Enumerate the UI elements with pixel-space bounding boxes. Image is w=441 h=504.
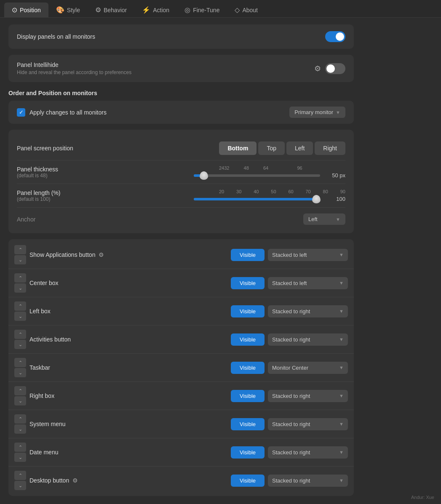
move-down-button[interactable]: ⌄ [14,312,26,321]
item-gear-button[interactable]: ⚙ [72,477,78,484]
move-up-button[interactable]: ⌃ [14,301,26,311]
position-dropdown-button[interactable]: Stacked to left ▼ [268,249,348,261]
position-dropdown-button[interactable]: Stacked to right ▼ [268,418,348,430]
display-panels-label: Display panels on all monitors [17,33,95,40]
position-dropdown-button[interactable]: Stacked to right ▼ [268,333,348,346]
move-up-button[interactable]: ⌃ [14,471,26,480]
position-dropdown-arrow: ▼ [339,478,344,483]
position-dropdown-button[interactable]: Stacked to right ▼ [268,446,348,459]
length-thumb[interactable] [312,195,321,203]
visible-button[interactable]: Visible [231,446,265,459]
visible-button[interactable]: Visible [231,362,265,374]
move-down-button[interactable]: ⌄ [14,481,26,490]
position-dropdown-label: Stacked to right [272,393,310,399]
intellihide-toggle[interactable] [325,63,345,74]
move-up-button[interactable]: ⌃ [14,330,26,339]
position-dropdown-arrow: ▼ [339,252,344,257]
pos-btn-bottom[interactable]: Bottom [219,141,257,155]
anchor-dropdown-button[interactable]: Left ▼ [303,213,345,225]
visible-button[interactable]: Visible [231,333,265,346]
move-up-button[interactable]: ⌃ [14,414,26,424]
arrow-group: ⌃ ⌄ [14,301,26,321]
move-up-button[interactable]: ⌃ [14,358,26,367]
panel-item-row: ⌃ ⌄ Date menu Visible Stacked to right ▼ [8,438,354,467]
behavior-icon: ⚙ [95,6,101,14]
position-dropdown-arrow: ▼ [339,309,344,314]
length-row: Panel length (%) (default is 100) 20 30 … [17,184,345,208]
thickness-label-group: Panel thickness (default is 48) [17,166,58,179]
visible-button[interactable]: Visible [231,249,265,261]
tab-position[interactable]: ⊙ Position [4,3,48,17]
visible-button[interactable]: Visible [231,305,265,317]
item-name: Right box [29,392,227,399]
position-dropdown-arrow: ▼ [339,365,344,370]
thickness-row: Panel thickness (default is 48) 2432 48 … [17,160,345,184]
monitor-dropdown-button[interactable]: Primary monitor ▼ [289,107,345,118]
thickness-thumb[interactable] [200,171,208,180]
position-dropdown-arrow: ▼ [339,393,344,398]
position-dropdown-button[interactable]: Stacked to right ▼ [268,390,348,402]
screen-position-label: Panel screen position [17,145,73,152]
position-dropdown-label: Monitor Center [272,365,308,371]
apply-changes-checkbox[interactable]: ✓ [17,108,25,117]
pos-btn-top[interactable]: Top [258,141,285,155]
move-down-button[interactable]: ⌄ [14,255,26,264]
main-content: Display panels on all monitors Panel Int… [0,18,362,504]
position-dropdown-button[interactable]: Stacked to right ▼ [268,475,348,487]
tab-about[interactable]: ◇ About [227,3,265,17]
thickness-slider-track[interactable] [194,174,320,177]
position-settings-card: Panel screen position Bottom Top Left Ri… [8,130,354,233]
thickness-right: 2432 48 64 96 50 px [194,165,345,179]
anchor-label: Anchor [17,216,35,223]
visible-button[interactable]: Visible [231,475,265,487]
panel-item-row: ⌃ ⌄ Desktop button ⚙ Visible Stacked to … [8,467,354,494]
intellihide-subtitle: Hide and reveal the panel according to p… [17,69,131,75]
anchor-dropdown-arrow: ▼ [336,217,340,222]
move-down-button[interactable]: ⌄ [14,368,26,377]
position-dropdown-arrow: ▼ [339,421,344,427]
anchor-dropdown-label: Left [308,216,318,222]
position-dropdown-button[interactable]: Monitor Center ▼ [268,362,348,374]
visible-button[interactable]: Visible [231,418,265,430]
visible-button[interactable]: Visible [231,277,265,289]
position-dropdown-label: Stacked to right [272,477,310,484]
tab-style-label: Style [67,7,80,13]
pos-btn-left[interactable]: Left [286,141,313,155]
arrow-group: ⌃ ⌄ [14,414,26,434]
position-dropdown-button[interactable]: Stacked to left ▼ [268,277,348,289]
thickness-slider-labels: 2432 48 64 96 [219,165,345,171]
tab-action[interactable]: ⚡ Action [134,3,177,17]
item-gear-button[interactable]: ⚙ [99,251,104,258]
position-dropdown-button[interactable]: Stacked to right ▼ [268,305,348,317]
move-down-button[interactable]: ⌄ [14,283,26,293]
length-value: 100 [324,196,345,202]
item-name: Desktop button ⚙ [29,477,227,484]
arrow-group: ⌃ ⌄ [14,443,26,462]
move-up-button[interactable]: ⌃ [14,273,26,283]
move-down-button[interactable]: ⌄ [14,453,26,462]
position-dropdown-arrow: ▼ [339,280,344,285]
move-up-button[interactable]: ⌃ [14,245,26,254]
move-down-button[interactable]: ⌄ [14,340,26,349]
tab-style[interactable]: 🎨 Style [48,3,88,17]
apply-changes-card: ✓ Apply changes to all monitors Primary … [8,101,354,124]
move-up-button[interactable]: ⌃ [14,443,26,452]
tab-behavior[interactable]: ⚙ Behavior [88,3,134,17]
move-up-button[interactable]: ⌃ [14,386,26,395]
credit-text: Andur: Xue [411,495,434,500]
tab-behavior-label: Behavior [104,7,127,13]
length-slider-track[interactable] [194,198,320,200]
pos-btn-right[interactable]: Right [315,141,345,155]
visible-button[interactable]: Visible [231,390,265,402]
move-down-button[interactable]: ⌄ [14,424,26,434]
display-panels-toggle[interactable] [325,31,345,42]
position-dropdown-label: Stacked to right [272,421,310,427]
move-down-button[interactable]: ⌄ [14,396,26,405]
thickness-label: Panel thickness [17,166,58,173]
tab-finetune[interactable]: ◎ Fine-Tune [177,3,227,17]
intellihide-gear-button[interactable]: ⚙ [314,64,321,73]
panel-item-row: ⌃ ⌄ Taskbar Visible Monitor Center ▼ [8,354,354,382]
item-name: Date menu [29,449,227,456]
length-label: Panel length (%) [17,189,61,196]
position-dropdown-arrow: ▼ [339,450,344,455]
